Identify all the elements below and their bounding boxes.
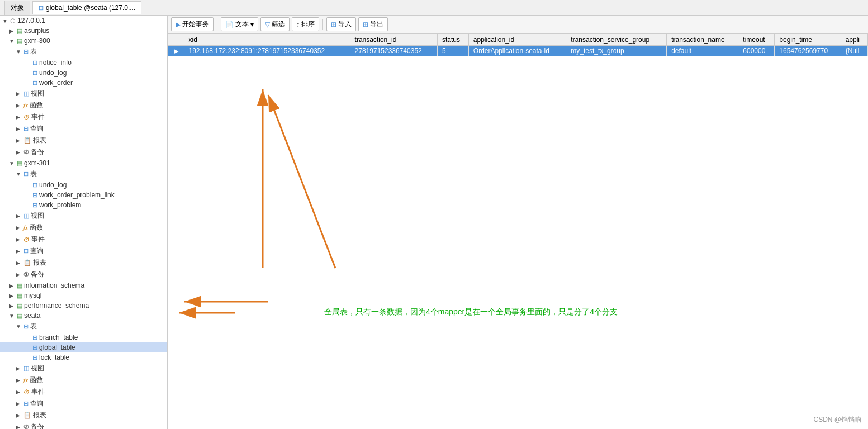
- table-icon: ⊞: [32, 69, 37, 77]
- table-icon: ⊞: [32, 202, 37, 209]
- folder-label: 报表: [33, 411, 46, 420]
- sidebar-item-gxm300-view[interactable]: ▶ ◫ 视图: [0, 88, 167, 99]
- filter-button[interactable]: ▽ 筛选: [260, 17, 290, 31]
- sidebar-item-seata-view[interactable]: ▶ ◫ 视图: [0, 363, 167, 374]
- folder-label: 备份: [31, 422, 44, 429]
- annotation-text: 全局表，只有一条数据，因为4个mapper是在一个全局事务里面的，只是分了4个分…: [324, 307, 618, 317]
- db-icon: ▤: [17, 160, 22, 167]
- sidebar-item-asurplus[interactable]: ▶ ▤ asurplus: [0, 26, 167, 36]
- arrow-icon: ▼: [9, 313, 17, 319]
- sidebar-item-branch-table[interactable]: ⊞ branch_table: [0, 332, 167, 342]
- table-label: work_problem: [39, 201, 81, 209]
- sidebar: ▼ ⬡ 127.0.0.1 ▶ ▤ asurplus ▼ ▤ gxm-300 ▼…: [0, 16, 168, 429]
- sidebar-item-gxm301-backup[interactable]: ▶ ② 备份: [0, 269, 167, 280]
- tab-object[interactable]: 对象: [4, 1, 30, 15]
- sidebar-item-gxm301[interactable]: ▼ ▤ gxm-301: [0, 158, 167, 168]
- table-label: lock_table: [39, 354, 69, 361]
- toolbar-separator-2: [322, 19, 323, 30]
- db-label: performance_schema: [24, 302, 89, 309]
- folder-label: 查询: [30, 246, 44, 256]
- table-row[interactable]: ▶ 192.168.172.232:8091:27819715233674035…: [168, 46, 868, 56]
- sidebar-item-seata-func[interactable]: ▶ 𝑓𝑥 函数: [0, 374, 167, 386]
- sidebar-item-seata[interactable]: ▼ ▤ seata: [0, 311, 167, 321]
- db-icon: ▤: [17, 292, 22, 299]
- toolbar-separator: [217, 19, 217, 30]
- db-label: gxm-300: [24, 37, 50, 45]
- db-icon: ▤: [17, 27, 22, 35]
- sidebar-item-gxm301-event[interactable]: ▶ ⏱ 事件: [0, 233, 167, 245]
- sidebar-item-seata-tables[interactable]: ▼ ⊞ 表: [0, 321, 167, 332]
- arrow-icon: ▼: [2, 18, 10, 24]
- text-icon: 📄: [225, 21, 234, 28]
- sidebar-item-server[interactable]: ▼ ⬡ 127.0.0.1: [0, 16, 167, 26]
- export-button[interactable]: ⊞ 导出: [358, 17, 388, 31]
- sidebar-item-seata-event[interactable]: ▶ ⏱ 事件: [0, 386, 167, 398]
- sidebar-item-work-order-problem[interactable]: ⊞ work_order_problem_link: [0, 190, 167, 200]
- tab-bar: 对象 ⊞ global_table @seata (127.0....: [0, 0, 868, 16]
- filter-icon: ▽: [265, 21, 270, 28]
- cell-xid: 192.168.172.232:8091:278197152336740352: [184, 46, 350, 56]
- sidebar-item-gxm301-query[interactable]: ▶ ⊟ 查询: [0, 245, 167, 257]
- cell-transaction-id: 278197152336740352: [350, 46, 437, 56]
- export-label: 导出: [370, 20, 383, 29]
- event-icon: ⏱: [23, 389, 30, 395]
- arrow-icon: ▶: [16, 90, 23, 97]
- arrow-icon: ▶: [16, 401, 23, 407]
- text-button[interactable]: 📄 文本 ▾: [221, 17, 258, 31]
- table-label: branch_table: [39, 333, 78, 341]
- sidebar-item-gxm300-query[interactable]: ▶ ⊟ 查询: [0, 123, 167, 135]
- folder-label: 备份: [31, 147, 44, 157]
- folder-label: 视图: [31, 211, 44, 221]
- cell-transaction-service-group: my_test_tx_group: [566, 46, 667, 56]
- col-timeout: timeout: [738, 34, 775, 46]
- sidebar-item-global-table[interactable]: ⊞ global_table: [0, 342, 167, 352]
- sidebar-item-gxm301-view[interactable]: ▶ ◫ 视图: [0, 210, 167, 222]
- func-icon: 𝑓𝑥: [23, 376, 28, 384]
- table-label: work_order_problem_link: [39, 191, 115, 199]
- server-label: 127.0.0.1: [17, 17, 45, 25]
- sort-button[interactable]: ↕ 排序: [292, 17, 319, 31]
- sidebar-item-work-problem[interactable]: ⊞ work_problem: [0, 200, 167, 210]
- sidebar-item-undo-log-301[interactable]: ⊞ undo_log: [0, 180, 167, 190]
- toolbar: ▶ 开始事务 📄 文本 ▾ ▽ 筛选 ↕ 排序 ⊞ 导入: [168, 16, 868, 34]
- sidebar-item-seata-query[interactable]: ▶ ⊟ 查询: [0, 398, 167, 409]
- sidebar-item-gxm300-report[interactable]: ▶ 📋 报表: [0, 135, 167, 146]
- sidebar-item-information-schema[interactable]: ▶ ▤ information_schema: [0, 280, 167, 290]
- tab-global-table[interactable]: ⊞ global_table @seata (127.0....: [32, 1, 141, 14]
- sidebar-item-gxm300[interactable]: ▼ ▤ gxm-300: [0, 36, 167, 46]
- sidebar-item-undo-log-300[interactable]: ⊞ undo_log: [0, 68, 167, 78]
- sidebar-item-gxm300-tables[interactable]: ▼ ⊞ 表: [0, 46, 167, 58]
- sidebar-item-gxm300-backup[interactable]: ▶ ② 备份: [0, 146, 167, 158]
- sidebar-item-gxm301-report[interactable]: ▶ 📋 报表: [0, 257, 167, 269]
- start-transaction-button[interactable]: ▶ 开始事务: [171, 17, 214, 31]
- sort-icon: ↕: [296, 21, 300, 28]
- event-icon: ⏱: [23, 236, 30, 243]
- cell-transaction-name: default: [667, 46, 738, 56]
- table-icon: ⊞: [32, 344, 37, 351]
- watermark: CSDN @铛铛响: [813, 415, 861, 425]
- sidebar-item-seata-report[interactable]: ▶ 📋 报表: [0, 409, 167, 421]
- import-icon: ⊞: [331, 21, 336, 28]
- arrow-icon: ▶: [16, 424, 23, 429]
- folder-label: 函数: [30, 375, 43, 385]
- view-icon: ◫: [23, 90, 29, 97]
- cell-begin-time: 1654762569770: [775, 46, 841, 56]
- sidebar-item-mysql[interactable]: ▶ ▤ mysql: [0, 290, 167, 301]
- sidebar-item-gxm300-func[interactable]: ▶ 𝑓𝑥 函数: [0, 99, 167, 111]
- sidebar-item-notice-info[interactable]: ⊞ notice_info: [0, 58, 167, 68]
- sidebar-item-lock-table[interactable]: ⊞ lock_table: [0, 352, 167, 363]
- sidebar-item-gxm301-func[interactable]: ▶ 𝑓𝑥 函数: [0, 222, 167, 233]
- sidebar-item-gxm300-event[interactable]: ▶ ⏱ 事件: [0, 111, 167, 123]
- arrow-icon: ▼: [9, 160, 17, 166]
- import-button[interactable]: ⊞ 导入: [326, 17, 356, 31]
- table-icon: ⊞: [39, 4, 44, 12]
- sidebar-item-work-order-300[interactable]: ⊞ work_order: [0, 78, 167, 88]
- sidebar-item-performance-schema[interactable]: ▶ ▤ performance_schema: [0, 301, 167, 311]
- svg-line-3: [268, 95, 335, 268]
- sidebar-item-seata-backup[interactable]: ▶ ② 备份: [0, 421, 167, 429]
- arrow-icon: ▶: [9, 283, 17, 289]
- table-label: work_order: [39, 79, 73, 87]
- folder-label: 事件: [31, 235, 45, 244]
- backup-icon: ②: [23, 271, 29, 278]
- sidebar-item-gxm301-tables[interactable]: ▼ ⊞ 表: [0, 168, 167, 180]
